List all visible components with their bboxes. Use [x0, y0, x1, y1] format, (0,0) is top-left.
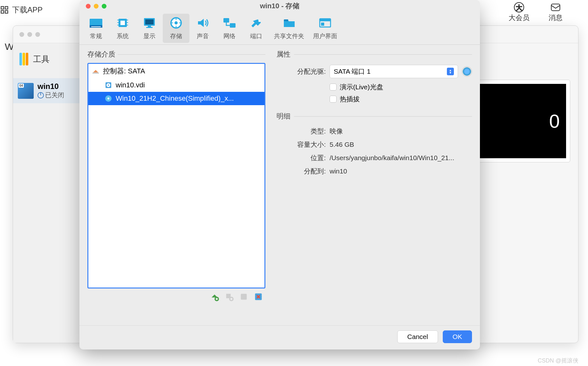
select-arrows-icon: ▲▼ [447, 68, 454, 75]
attached-value: win10 [330, 167, 472, 175]
svg-rect-3 [5, 10, 8, 13]
dialog-footer: Cancel OK [79, 325, 480, 349]
controller-icon [92, 67, 100, 75]
vm-state: 已关闭 [38, 91, 64, 99]
svg-rect-0 [1, 7, 4, 9]
svg-rect-25 [223, 18, 229, 23]
vm-name: win10 [38, 82, 64, 91]
bg-top-right: 大大会员 消息 [509, 2, 563, 23]
preview-screen: 0 [466, 84, 566, 158]
details-title: 明细 [277, 112, 472, 121]
dialog-title: win10 - 存储 [260, 1, 300, 11]
tab-display[interactable]: 显示 [136, 14, 163, 43]
svg-rect-26 [230, 23, 236, 28]
type-value: 映像 [330, 127, 472, 136]
tab-audio[interactable]: 声音 [189, 14, 216, 43]
tools-icon [19, 53, 28, 65]
svg-text:大: 大 [516, 4, 522, 11]
dialog-traffic-lights[interactable] [86, 4, 106, 9]
hot-plug-checkbox[interactable] [330, 96, 337, 103]
add-attachment-icon [225, 292, 234, 301]
tab-ports[interactable]: 端口 [243, 14, 270, 43]
svg-rect-30 [320, 19, 331, 21]
tab-network[interactable]: 网络 [216, 14, 243, 43]
zoom-icon[interactable] [102, 4, 106, 9]
power-icon [38, 92, 44, 98]
tools-label: 工具 [33, 54, 50, 65]
add-controller-icon[interactable] [210, 292, 219, 301]
location-label: 位置: [277, 153, 326, 162]
bg-download-app: 下载APP [0, 5, 43, 15]
live-cd-checkbox[interactable] [330, 84, 337, 91]
svg-rect-31 [321, 23, 324, 26]
settings-dialog: win10 - 存储 常规 系统 显示 存储 声音 网络 端口 [79, 0, 480, 349]
svg-rect-28 [284, 19, 288, 21]
svg-rect-2 [1, 10, 4, 13]
tab-storage[interactable]: 存储 [163, 14, 189, 43]
svg-rect-41 [241, 294, 247, 300]
remove-controller-icon[interactable] [254, 292, 263, 301]
svg-point-35 [108, 85, 109, 86]
attached-label: 分配到: [277, 167, 326, 176]
dialog-titlebar: win10 - 存储 [79, 0, 480, 12]
tab-system[interactable]: 系统 [109, 14, 136, 43]
choose-disc-button[interactable] [462, 66, 472, 77]
ok-button[interactable]: OK [443, 330, 472, 343]
type-label: 类型: [277, 127, 326, 136]
controller-row[interactable]: 控制器: SATA [88, 64, 264, 78]
disc-icon [104, 94, 113, 103]
vm-os-icon [18, 83, 34, 99]
watermark: CSDN @摇滚侠 [538, 357, 578, 364]
remove-attachment-icon [239, 292, 248, 301]
svg-rect-21 [146, 27, 153, 28]
live-cd-label: 演示(Live)光盘 [340, 83, 383, 92]
svg-rect-6 [551, 4, 560, 11]
svg-rect-20 [148, 26, 151, 27]
traffic-lights-main[interactable] [19, 32, 40, 37]
storage-tree[interactable]: 控制器: SATA win10.vdi Win10_21H2_Chinese(S… [87, 63, 265, 288]
svg-rect-9 [91, 26, 101, 27]
tree-item-iso[interactable]: Win10_21H2_Chinese(Simplified)_x... [88, 92, 264, 105]
tree-item-vdi[interactable]: win10.vdi [88, 78, 264, 92]
svg-point-24 [174, 21, 178, 24]
hot-plug-label: 热插拔 [340, 95, 360, 104]
svg-rect-1 [5, 7, 8, 9]
svg-rect-32 [92, 72, 99, 74]
tree-toolbar [87, 288, 265, 305]
minimize-icon[interactable] [94, 4, 99, 9]
settings-toolbar: 常规 系统 显示 存储 声音 网络 端口 共享文件夹 [79, 12, 480, 45]
svg-point-27 [258, 20, 260, 22]
hdd-icon [104, 81, 113, 89]
tab-shared-folders[interactable]: 共享文件夹 [270, 14, 309, 43]
live-cd-row[interactable]: 演示(Live)光盘 [330, 83, 472, 92]
size-label: 容量大小: [277, 140, 326, 149]
vm-entry[interactable]: win10 已关闭 [13, 78, 79, 103]
svg-rect-11 [120, 21, 125, 25]
drive-label: 分配光驱: [277, 67, 326, 76]
close-icon[interactable] [86, 4, 91, 9]
tools-row[interactable]: 工具 [13, 50, 79, 69]
cancel-button[interactable]: Cancel [397, 330, 438, 343]
size-value: 5.46 GB [330, 141, 472, 148]
storage-devices-title: 存储介质 [87, 50, 265, 59]
main-sidebar: 工具 win10 已关闭 [13, 43, 80, 343]
tab-general[interactable]: 常规 [83, 14, 109, 43]
drive-select[interactable]: SATA 端口 1 ▲▼ [330, 65, 458, 78]
tab-ui[interactable]: 用户界面 [309, 14, 342, 43]
location-value: /Users/yangjunbo/kaifa/win10/Win10_21... [330, 154, 472, 162]
svg-rect-19 [145, 19, 154, 24]
attributes-title: 属性 [277, 50, 472, 59]
svg-point-37 [107, 98, 109, 99]
hot-plug-row[interactable]: 热插拔 [330, 95, 472, 104]
